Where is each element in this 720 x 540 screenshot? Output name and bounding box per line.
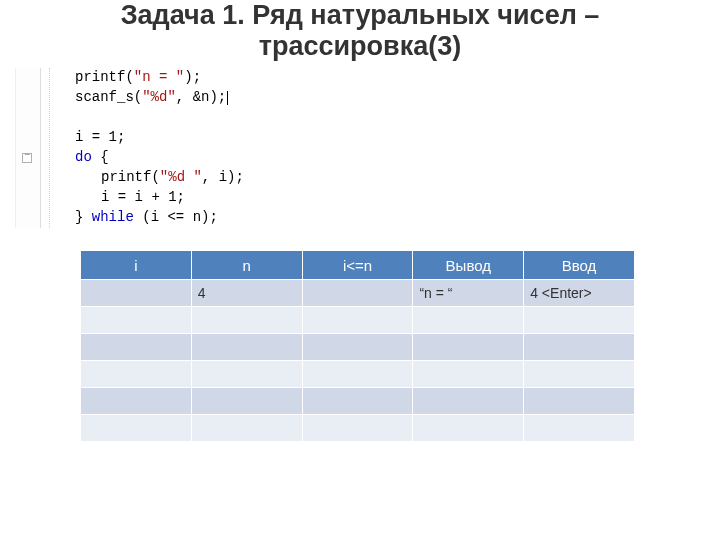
cell: [413, 415, 524, 442]
code-line: } while (i <= n);: [15, 208, 320, 228]
cell: [302, 361, 413, 388]
cell: [524, 307, 635, 334]
keyword: while: [92, 209, 134, 225]
code-text: printf("n = ");: [41, 68, 201, 88]
col-input: Ввод: [524, 251, 635, 280]
trace-table: i n i<=n Вывод Ввод 4 “n = “ 4 <Enter>: [80, 250, 635, 442]
col-output: Вывод: [413, 251, 524, 280]
cell: 4: [191, 280, 302, 307]
cell: [302, 388, 413, 415]
fn-name: scanf_s: [75, 89, 134, 105]
cell: [81, 415, 192, 442]
table-body: 4 “n = “ 4 <Enter>: [81, 280, 635, 442]
cell: [191, 415, 302, 442]
fn-name: printf: [75, 69, 125, 85]
cell: [81, 280, 192, 307]
col-cond: i<=n: [302, 251, 413, 280]
keyword: do: [75, 149, 92, 165]
slide: Задача 1. Ряд натуральных чисел – трасси…: [0, 0, 720, 540]
cell: [302, 280, 413, 307]
cell: [302, 307, 413, 334]
code-line: i = i + 1;: [15, 188, 320, 208]
code-fragment: , i);: [202, 169, 244, 185]
cell: [524, 415, 635, 442]
gutter-marker: [15, 168, 41, 188]
code-fragment: (i <= n);: [134, 209, 218, 225]
slide-title: Задача 1. Ряд натуральных чисел – трасси…: [0, 0, 720, 68]
table-row: [81, 415, 635, 442]
code-listing: printf("n = "); scanf_s("%d", &n); i = 1…: [15, 68, 320, 228]
code-text: printf("%d ", i);: [41, 168, 244, 188]
code-text: i = i + 1;: [41, 188, 185, 208]
fold-icon[interactable]: [15, 148, 41, 168]
cell: 4 <Enter>: [524, 280, 635, 307]
string-literal: "%d": [142, 89, 176, 105]
text-cursor: [227, 91, 228, 105]
string-literal: "%d ": [160, 169, 202, 185]
gutter-marker: [15, 68, 41, 88]
code-line: printf("%d ", i);: [15, 168, 320, 188]
cell: [413, 334, 524, 361]
code-line: printf("n = ");: [15, 68, 320, 88]
cell: [81, 361, 192, 388]
gutter-marker: [15, 208, 41, 228]
cell: [524, 388, 635, 415]
fn-name: printf: [101, 169, 151, 185]
cell: [81, 307, 192, 334]
cell: [413, 307, 524, 334]
gutter-marker: [15, 188, 41, 208]
indent-guide: [49, 68, 50, 228]
table-row: 4 “n = “ 4 <Enter>: [81, 280, 635, 307]
code-line: do {: [15, 148, 320, 168]
cell: [191, 334, 302, 361]
code-text: } while (i <= n);: [41, 208, 218, 228]
cell: [81, 334, 192, 361]
cell: [413, 388, 524, 415]
gutter-marker: [15, 128, 41, 148]
code-fragment: {: [92, 149, 109, 165]
code-line-blank: [15, 108, 320, 128]
cell: [302, 415, 413, 442]
gutter-marker: [15, 88, 41, 108]
cell: [302, 334, 413, 361]
table-row: [81, 361, 635, 388]
code-line: i = 1;: [15, 128, 320, 148]
table-row: [81, 388, 635, 415]
cell: [191, 307, 302, 334]
cell: [81, 388, 192, 415]
table-row: [81, 334, 635, 361]
table-header: i n i<=n Вывод Ввод: [81, 251, 635, 280]
code-text: scanf_s("%d", &n);: [41, 88, 228, 108]
col-n: n: [191, 251, 302, 280]
cell: [191, 388, 302, 415]
cell: [191, 361, 302, 388]
gutter-marker: [15, 108, 41, 128]
string-literal: "n = ": [134, 69, 184, 85]
table-row: [81, 307, 635, 334]
cell: “n = “: [413, 280, 524, 307]
code-text: [41, 108, 83, 128]
cell: [413, 361, 524, 388]
code-line: scanf_s("%d", &n);: [15, 88, 320, 108]
code-text: i = 1;: [41, 128, 125, 148]
col-i: i: [81, 251, 192, 280]
cell: [524, 334, 635, 361]
code-text: do {: [41, 148, 109, 168]
code-fragment: }: [75, 209, 92, 225]
code-fragment: , &n);: [176, 89, 226, 105]
cell: [524, 361, 635, 388]
